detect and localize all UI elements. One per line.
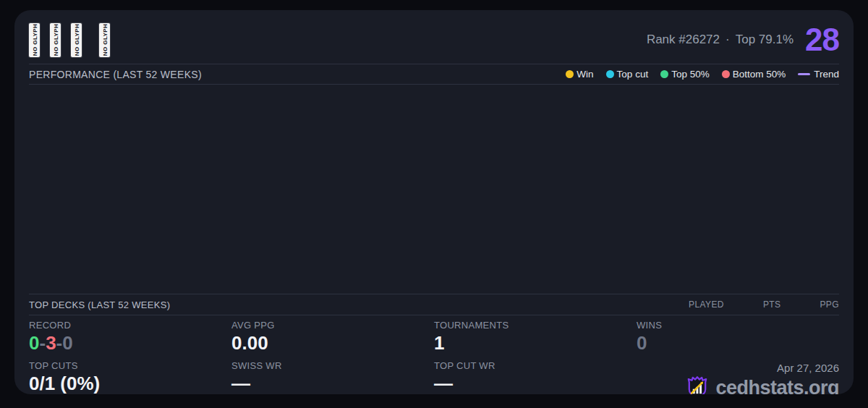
deck-color-glyphs: NO GLYPH NO GLYPH NO GLYPH NO GLYPH bbox=[29, 23, 120, 57]
no-glyph-label: NO GLYPH bbox=[31, 24, 38, 56]
stats-card: NO GLYPH NO GLYPH NO GLYPH NO GLYPH Rank… bbox=[14, 10, 854, 394]
performance-title: PERFORMANCE (LAST 52 WEEKS) bbox=[29, 69, 202, 80]
dot-separator: · bbox=[726, 33, 730, 46]
legend-item-trend: Trend bbox=[798, 69, 839, 80]
legend-label: Trend bbox=[814, 69, 839, 80]
top-cuts-value: 0/1 (0%) bbox=[29, 373, 231, 394]
stat-label: TOP CUTS bbox=[29, 360, 231, 371]
stat-swiss-wr: SWISS WR — bbox=[231, 360, 434, 394]
rank-text: Rank #26272·Top 79.1% bbox=[647, 33, 793, 47]
top-decks-columns: PLAYED PTS PPG bbox=[689, 299, 839, 310]
stats-grid: RECORD 0-3-0 AVG PPG 0.00 TOURNAMENTS 1 … bbox=[29, 315, 839, 394]
stat-label: WINS bbox=[637, 320, 839, 331]
top-cut-dot-icon bbox=[606, 70, 614, 78]
card-header: NO GLYPH NO GLYPH NO GLYPH NO GLYPH Rank… bbox=[29, 10, 839, 64]
win-dot-icon bbox=[566, 70, 574, 78]
stat-tournaments: TOURNAMENTS 1 bbox=[434, 320, 637, 360]
stat-wins: WINS 0 bbox=[637, 320, 839, 360]
no-glyph-placeholder-icon: NO GLYPH bbox=[50, 23, 61, 57]
wins-value: 0 bbox=[637, 333, 839, 354]
legend-label: Top 50% bbox=[671, 69, 710, 80]
stat-label: SWISS WR bbox=[231, 360, 434, 371]
trend-line-icon bbox=[798, 73, 810, 75]
stat-label: TOURNAMENTS bbox=[434, 320, 637, 331]
stat-avg-ppg: AVG PPG 0.00 bbox=[231, 320, 434, 360]
legend-label: Win bbox=[576, 69, 593, 80]
column-header-played: PLAYED bbox=[689, 299, 724, 310]
stat-label: RECORD bbox=[29, 320, 231, 331]
footer-date: Apr 27, 2026 bbox=[777, 362, 839, 374]
column-header-ppg: PPG bbox=[820, 299, 839, 310]
tournaments-value: 1 bbox=[434, 333, 637, 354]
legend-item-top-cut: Top cut bbox=[606, 69, 649, 80]
shield-chart-arrow-icon bbox=[685, 375, 710, 394]
chart-legend: Win Top cut Top 50% Bottom 50% Trend bbox=[566, 69, 839, 80]
legend-item-top50: Top 50% bbox=[660, 69, 710, 80]
no-glyph-label: NO GLYPH bbox=[73, 24, 80, 56]
no-glyph-placeholder-icon: NO GLYPH bbox=[99, 23, 110, 57]
footer: Apr 27, 2026 cedhstats.org bbox=[637, 360, 839, 394]
record-separator: - bbox=[56, 332, 63, 354]
score-value: 28 bbox=[805, 24, 839, 56]
stat-label: TOP CUT WR bbox=[434, 360, 637, 371]
bottom50-dot-icon bbox=[722, 70, 730, 78]
no-glyph-placeholder-icon: NO GLYPH bbox=[71, 23, 82, 57]
top-decks-title: TOP DECKS (LAST 52 WEEKS) bbox=[29, 299, 170, 310]
record-wins: 0 bbox=[29, 332, 39, 354]
legend-item-bottom50: Bottom 50% bbox=[722, 69, 786, 80]
brand-row: cedhstats.org bbox=[685, 375, 839, 394]
no-glyph-label: NO GLYPH bbox=[101, 24, 108, 56]
no-glyph-label: NO GLYPH bbox=[52, 24, 59, 56]
rank-area: Rank #26272·Top 79.1% 28 bbox=[647, 24, 839, 56]
avg-ppg-value: 0.00 bbox=[231, 333, 434, 354]
performance-chart bbox=[29, 85, 839, 294]
stat-label: AVG PPG bbox=[231, 320, 434, 331]
top-decks-header: TOP DECKS (LAST 52 WEEKS) PLAYED PTS PPG bbox=[29, 294, 839, 315]
no-glyph-placeholder-icon: NO GLYPH bbox=[29, 23, 40, 57]
top-cut-wr-value: — bbox=[434, 373, 637, 394]
record-draws: 0 bbox=[62, 332, 72, 354]
legend-item-win: Win bbox=[566, 69, 593, 80]
stat-top-cut-wr: TOP CUT WR — bbox=[434, 360, 637, 394]
column-header-pts: PTS bbox=[763, 299, 781, 310]
legend-label: Bottom 50% bbox=[733, 69, 786, 80]
record-value: 0-3-0 bbox=[29, 333, 231, 354]
stat-top-cuts: TOP CUTS 0/1 (0%) bbox=[29, 360, 231, 394]
record-separator: - bbox=[39, 332, 46, 354]
performance-header: PERFORMANCE (LAST 52 WEEKS) Win Top cut … bbox=[29, 64, 839, 84]
rank-number: Rank #26272 bbox=[647, 33, 720, 46]
stat-record: RECORD 0-3-0 bbox=[29, 320, 231, 360]
top-percent: Top 79.1% bbox=[736, 33, 793, 46]
legend-label: Top cut bbox=[617, 69, 649, 80]
record-losses: 3 bbox=[46, 332, 56, 354]
top50-dot-icon bbox=[660, 70, 668, 78]
brand-name: cedhstats.org bbox=[715, 377, 839, 395]
swiss-wr-value: — bbox=[231, 373, 434, 394]
